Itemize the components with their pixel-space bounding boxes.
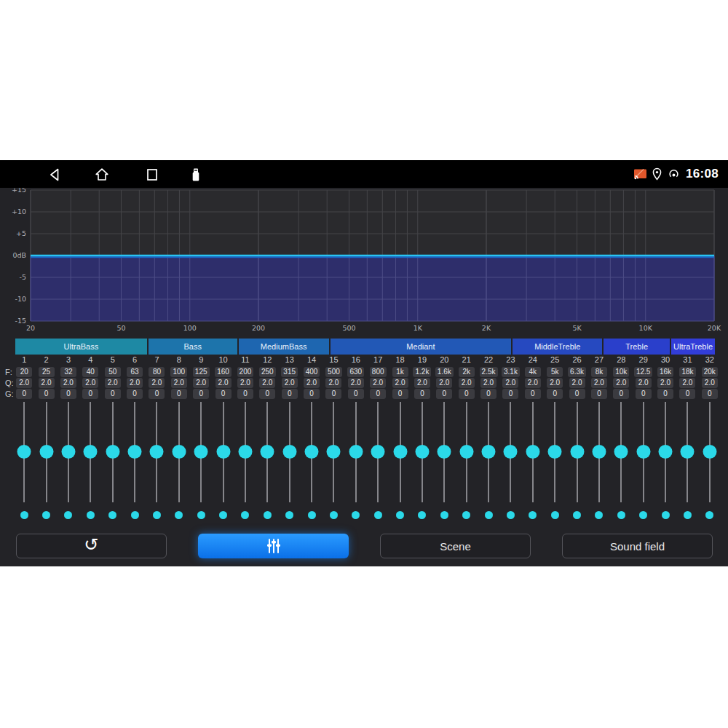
slider-knob[interactable] [504, 445, 518, 459]
slider-knob[interactable] [17, 445, 31, 459]
band-group-treble[interactable]: Treble [604, 339, 670, 355]
eq-band-slider[interactable] [456, 402, 478, 502]
slider-knob[interactable] [438, 445, 451, 459]
recents-icon[interactable] [144, 167, 160, 183]
eq-band-slider[interactable] [433, 402, 455, 502]
band-indicator-dot [108, 511, 116, 519]
eq-band-slider[interactable] [676, 402, 698, 502]
slider-knob[interactable] [659, 445, 673, 459]
eq-band-slider[interactable] [610, 402, 632, 502]
eq-band-slider[interactable] [234, 402, 256, 502]
eq-band-slider[interactable] [323, 402, 344, 502]
slider-knob[interactable] [636, 445, 650, 459]
band-group-middletreble[interactable]: MiddleTreble [513, 339, 602, 355]
eq-band-slider[interactable] [256, 402, 278, 502]
gain-value-chip-cell: 0 [301, 389, 323, 399]
q-value-chip: 2.0 [325, 378, 341, 388]
eq-band-slider[interactable] [588, 402, 610, 502]
band-group-ultrabass[interactable]: UltraBass [15, 339, 147, 355]
slider-knob[interactable] [261, 445, 274, 459]
slider-knob[interactable] [526, 445, 539, 459]
channel-number: 2 [44, 355, 49, 364]
eq-button-active[interactable] [198, 534, 349, 558]
slider-knob[interactable] [305, 445, 319, 459]
slider-knob[interactable] [128, 445, 142, 459]
slider-knob[interactable] [327, 445, 341, 459]
eq-band-slider[interactable] [279, 402, 301, 502]
frequency-value-chip: 5k [547, 367, 563, 377]
q-value-chip-cell: 2.0 [58, 378, 79, 388]
eq-band-slider[interactable] [367, 402, 389, 502]
band-group-bass[interactable]: Bass [149, 339, 237, 355]
eq-band-slider[interactable] [146, 402, 167, 502]
slider-knob[interactable] [393, 445, 407, 459]
eq-band-slider[interactable] [58, 402, 79, 502]
slider-knob[interactable] [106, 445, 119, 459]
band-group-mediant[interactable]: Mediant [331, 339, 512, 355]
eq-band-slider[interactable] [190, 402, 212, 502]
eq-band-slider[interactable] [79, 402, 101, 502]
slider-knob[interactable] [548, 445, 562, 459]
eq-band-slider[interactable] [478, 402, 499, 502]
eq-band-slider[interactable] [544, 402, 566, 502]
eq-band-slider[interactable] [499, 402, 521, 502]
gain-value-chip: 0 [502, 389, 518, 399]
frequency-value-chip-cell: 315 [279, 367, 301, 377]
eq-band-slider[interactable] [566, 402, 587, 502]
eq-band-slider[interactable] [699, 402, 721, 502]
eq-band-slider[interactable] [654, 402, 676, 502]
slider-knob[interactable] [614, 445, 628, 459]
eq-band-slider[interactable] [522, 402, 544, 502]
q-value-chip-cell: 2.0 [256, 378, 278, 388]
gain-value-chip: 0 [304, 389, 320, 399]
slider-knob[interactable] [349, 445, 363, 459]
channel-number: 16 [352, 355, 360, 364]
channel-number-cell: 23 [499, 355, 521, 365]
slider-knob[interactable] [84, 445, 98, 459]
slider-knob[interactable] [703, 445, 716, 459]
slider-knob[interactable] [172, 445, 186, 459]
slider-knob[interactable] [282, 445, 296, 459]
slider-knob[interactable] [194, 445, 208, 459]
slider-knob[interactable] [681, 445, 695, 459]
scene-button[interactable]: Scene [380, 534, 531, 558]
q-value-chip-cell: 2.0 [212, 378, 234, 388]
reset-button[interactable]: ↺ [16, 534, 167, 558]
eq-band-slider[interactable] [411, 402, 433, 502]
eq-band-slider[interactable] [13, 402, 35, 502]
frequency-value-chip: 10k [613, 367, 629, 377]
gain-value-chip: 0 [171, 389, 187, 399]
slider-knob[interactable] [415, 445, 429, 459]
eq-band-slider[interactable] [212, 402, 234, 502]
q-value-chip-cell: 2.0 [124, 378, 146, 388]
back-icon[interactable] [47, 167, 63, 183]
sound-field-button[interactable]: Sound field [562, 534, 713, 558]
slider-knob[interactable] [459, 445, 473, 459]
gain-value-chip-cell: 0 [146, 389, 167, 399]
slider-knob[interactable] [150, 445, 164, 459]
slider-knob[interactable] [61, 445, 75, 459]
eq-band-slider[interactable] [102, 402, 124, 502]
band-group-ultratreble[interactable]: UltraTreble [671, 339, 715, 355]
slider-knob[interactable] [39, 445, 53, 459]
eq-band-slider[interactable] [633, 402, 654, 502]
slider-knob[interactable] [570, 445, 584, 459]
eq-band-slider[interactable] [301, 402, 323, 502]
band-group-mediumbass[interactable]: MediumBass [239, 339, 329, 355]
slider-knob[interactable] [371, 445, 385, 459]
q-value-chip: 2.0 [237, 378, 253, 388]
slider-knob[interactable] [216, 445, 230, 459]
gain-value-chip: 0 [569, 389, 585, 399]
usb-device-icon[interactable] [188, 167, 204, 183]
eq-band-slider[interactable] [168, 402, 190, 502]
channel-number-cell: 32 [699, 355, 721, 365]
eq-band-slider[interactable] [345, 402, 367, 502]
home-icon[interactable] [94, 167, 110, 183]
eq-band-slider[interactable] [389, 402, 411, 502]
slider-knob[interactable] [592, 445, 606, 459]
eq-band-slider[interactable] [35, 402, 57, 502]
gain-value-chip-cell: 0 [544, 389, 566, 399]
slider-knob[interactable] [482, 445, 496, 459]
eq-band-slider[interactable] [124, 402, 146, 502]
slider-knob[interactable] [238, 445, 252, 459]
